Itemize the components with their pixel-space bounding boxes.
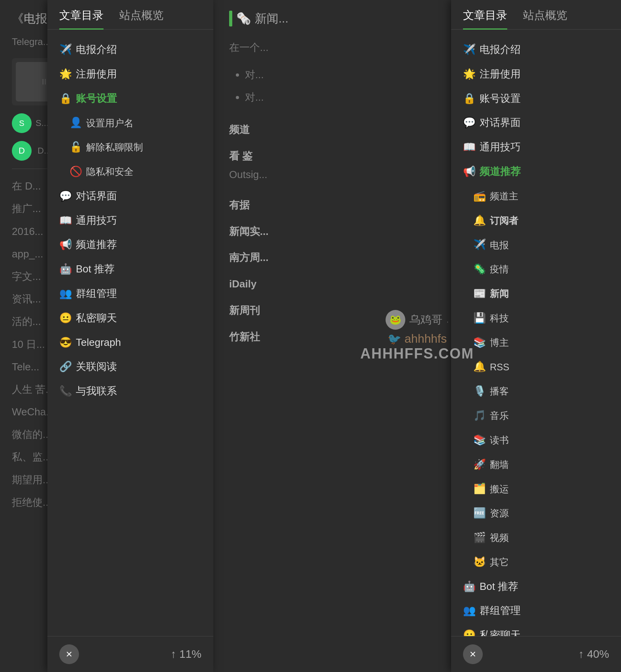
right-menu-item-6[interactable]: 📻 频道主	[451, 184, 621, 208]
left-menu-item-13[interactable]: 🔗 关联阅读	[47, 355, 213, 379]
right-tab-toc[interactable]: 文章目录	[463, 8, 507, 29]
left-bg-icon: D	[12, 141, 32, 161]
left-menu-item-7[interactable]: 📖 通用技巧	[47, 208, 213, 233]
right-menu-item-11[interactable]: 💾 科技	[451, 306, 621, 330]
left-menu-label-4: 解除私聊限制	[86, 141, 143, 153]
right-menu-emoji-0: ✈️	[463, 43, 476, 56]
right-menu-label-9: 疫情	[490, 263, 509, 275]
right-menu-emoji-5: 📢	[463, 165, 476, 178]
right-menu-label-14: 播客	[490, 385, 509, 397]
left-panel: 《电报... Telegra... II C... S S... D D... …	[0, 0, 213, 672]
left-drawer-footer: × ↑ 11%	[47, 636, 213, 672]
left-menu-item-3[interactable]: 👤 设置用户名	[47, 111, 213, 135]
left-menu-emoji-2: 🔒	[59, 92, 72, 105]
right-menu-label-15: 音乐	[490, 409, 509, 422]
right-menu-item-0[interactable]: ✈️ 电报介绍	[451, 38, 621, 62]
right-menu-emoji-18: 🗂️	[473, 482, 486, 496]
right-menu-item-18[interactable]: 🗂️ 搬运	[451, 477, 621, 501]
right-drawer-footer: × ↑ 40%	[451, 636, 621, 672]
left-menu-item-0[interactable]: ✈️ 电报介绍	[47, 38, 213, 62]
right-menu-emoji-13: 🔔	[473, 360, 486, 374]
right-menu-item-19[interactable]: 🆓 资源	[451, 501, 621, 526]
right-menu-emoji-24: 😐	[463, 629, 476, 636]
left-menu-emoji-13: 🔗	[59, 360, 72, 374]
right-tab-overview[interactable]: 站点概览	[523, 8, 567, 29]
right-close-button[interactable]: ×	[463, 644, 483, 664]
left-menu-emoji-1: 🌟	[59, 68, 72, 81]
right-menu-label-24: 私密聊天	[480, 629, 521, 636]
right-menu-emoji-11: 💾	[473, 312, 486, 325]
left-progress: ↑ 11%	[171, 648, 201, 661]
right-menu-label-17: 翻墙	[490, 458, 509, 471]
right-menu-emoji-19: 🆓	[473, 507, 486, 520]
left-close-button[interactable]: ×	[59, 644, 79, 664]
right-menu-emoji-8: ✈️	[473, 238, 486, 252]
right-menu-item-7[interactable]: 🔔 订阅者	[451, 208, 621, 233]
left-menu-item-4[interactable]: 🔓 解除私聊限制	[47, 135, 213, 160]
left-menu-label-6: 对话界面	[76, 190, 117, 203]
right-menu-item-5[interactable]: 📢 频道推荐	[451, 160, 621, 184]
left-menu-emoji-10: 👥	[59, 287, 72, 300]
left-menu-emoji-12: 😎	[59, 336, 72, 349]
right-menu-emoji-10: 📰	[473, 287, 486, 300]
left-tab-overview[interactable]: 站点概览	[119, 8, 164, 29]
left-menu-label-2: 账号设置	[76, 92, 117, 105]
left-menu-item-6[interactable]: 💬 对话界面	[47, 184, 213, 208]
right-menu-emoji-21: 🐱	[473, 556, 486, 569]
left-menu-item-5[interactable]: 🚫 隐私和安全	[47, 160, 213, 184]
left-menu-item-2[interactable]: 🔒 账号设置	[47, 86, 213, 111]
left-menu-item-10[interactable]: 👥 群组管理	[47, 282, 213, 306]
right-menu-item-15[interactable]: 🎵 音乐	[451, 404, 621, 428]
right-menu-item-4[interactable]: 📖 通用技巧	[451, 135, 621, 160]
right-drawer-tabs: 文章目录 站点概览	[451, 0, 621, 30]
left-menu-label-1: 注册使用	[76, 68, 117, 81]
right-menu-item-14[interactable]: 🎙️ 播客	[451, 379, 621, 404]
right-menu-item-9[interactable]: 🦠 疫情	[451, 257, 621, 282]
left-menu-item-1[interactable]: 🌟 注册使用	[47, 62, 213, 86]
right-menu-label-8: 电报	[490, 239, 509, 251]
left-menu-item-12[interactable]: 😎 Telegraph	[47, 330, 213, 355]
green-accent-bar	[229, 11, 232, 26]
right-menu-item-3[interactable]: 💬 对话界面	[451, 111, 621, 135]
right-menu-item-16[interactable]: 📚 读书	[451, 428, 621, 452]
right-menu-item-24[interactable]: 😐 私密聊天	[451, 623, 621, 636]
left-menu-emoji-9: 🤖	[59, 263, 72, 276]
right-menu-item-12[interactable]: 📚 博主	[451, 330, 621, 355]
right-menu-item-2[interactable]: 🔒 账号设置	[451, 86, 621, 111]
left-menu-item-8[interactable]: 📢 频道推荐	[47, 233, 213, 257]
left-menu-label-14: 与我联系	[76, 385, 117, 398]
left-menu-item-9[interactable]: 🤖 Bot 推荐	[47, 257, 213, 282]
left-menu-emoji-6: 💬	[59, 190, 72, 203]
left-drawer: 文章目录 站点概览 ✈️ 电报介绍 🌟 注册使用 🔒 账号设置 👤 设置用户名	[47, 0, 213, 672]
right-menu-item-23[interactable]: 👥 群组管理	[451, 599, 621, 623]
right-menu-label-7: 订阅者	[490, 214, 518, 227]
right-menu-item-10[interactable]: 📰 新闻	[451, 282, 621, 306]
right-menu-emoji-23: 👥	[463, 604, 476, 618]
left-menu-label-0: 电报介绍	[76, 43, 117, 56]
right-menu-item-22[interactable]: 🤖 Bot 推荐	[451, 574, 621, 599]
right-menu-emoji-22: 🤖	[463, 580, 476, 593]
left-menu-label-11: 私密聊天	[76, 312, 117, 325]
right-menu-item-21[interactable]: 🐱 其它	[451, 550, 621, 574]
left-menu-emoji-8: 📢	[59, 238, 72, 252]
left-menu-label-8: 频道推荐	[76, 238, 117, 252]
left-menu-label-7: 通用技巧	[76, 214, 117, 227]
right-menu-emoji-6: 📻	[473, 190, 486, 203]
left-menu-item-11[interactable]: 😐 私密聊天	[47, 306, 213, 330]
right-menu-emoji-16: 📚	[473, 434, 486, 447]
left-menu-item-14[interactable]: 📞 与我联系	[47, 379, 213, 404]
right-menu-label-20: 视频	[490, 531, 509, 544]
right-menu-item-13[interactable]: 🔔 RSS	[451, 355, 621, 379]
right-menu-label-23: 群组管理	[480, 604, 521, 618]
right-menu-item-8[interactable]: ✈️ 电报	[451, 233, 621, 257]
right-menu-item-20[interactable]: 🎬 视频	[451, 526, 621, 550]
left-menu-emoji-0: ✈️	[59, 43, 72, 56]
left-menu-label-13: 关联阅读	[76, 360, 117, 374]
right-drawer: 文章目录 站点概览 ✈️ 电报介绍 🌟 注册使用 🔒 账号设置 💬 对话界面 �	[451, 0, 621, 672]
right-menu-emoji-1: 🌟	[463, 68, 476, 81]
right-menu-label-3: 对话界面	[480, 116, 521, 130]
right-menu-item-17[interactable]: 🚀 翻墙	[451, 452, 621, 477]
left-menu-label-12: Telegraph	[76, 336, 121, 349]
right-menu-item-1[interactable]: 🌟 注册使用	[451, 62, 621, 86]
left-tab-toc[interactable]: 文章目录	[59, 8, 104, 29]
